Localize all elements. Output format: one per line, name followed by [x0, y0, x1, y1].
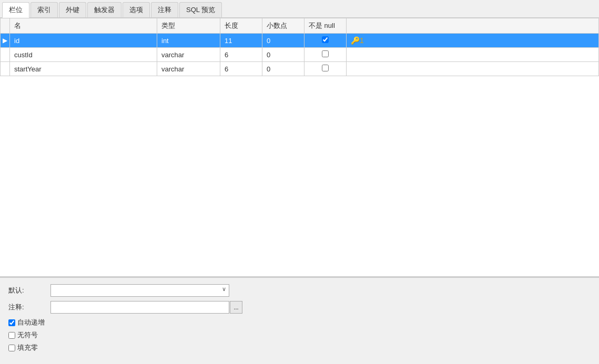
- not-null-checkbox-1[interactable]: [322, 50, 329, 57]
- form-area: 默认: 注释: ... 自动递增 无符号 填充零: [0, 277, 599, 364]
- comment-row: 注释: ...: [8, 301, 591, 314]
- auto-increment-row: 自动递增: [8, 318, 591, 327]
- comment-input[interactable]: [50, 301, 229, 314]
- length-header: 长度: [220, 18, 262, 34]
- auto-increment-label[interactable]: 自动递增: [17, 318, 45, 327]
- key-icon-0: 🔑1: [351, 36, 364, 45]
- table-body: ▶idint110🔑1custIdvarchar60startYearvarch…: [1, 34, 599, 76]
- tab-columns[interactable]: 栏位: [2, 2, 29, 18]
- row-not-null-1[interactable]: [304, 48, 347, 62]
- default-select[interactable]: [50, 284, 229, 297]
- row-decimal-1[interactable]: 0: [262, 48, 304, 62]
- unsigned-label[interactable]: 无符号: [17, 330, 38, 340]
- row-type-2[interactable]: varchar: [157, 62, 220, 76]
- auto-increment-checkbox[interactable]: [8, 319, 15, 326]
- comment-label: 注释:: [8, 303, 50, 312]
- zerofill-row: 填充零: [8, 343, 591, 352]
- table-header: 名 类型 长度 小数点 不是 null: [1, 18, 599, 34]
- default-row: 默认:: [8, 284, 591, 297]
- type-header: 类型: [157, 18, 220, 34]
- zerofill-label[interactable]: 填充零: [17, 343, 38, 352]
- tab-indexes[interactable]: 索引: [31, 2, 58, 17]
- table-row[interactable]: ▶idint110🔑1: [1, 34, 599, 48]
- tab-triggers[interactable]: 触发器: [87, 2, 121, 17]
- row-pointer-1: [1, 48, 10, 62]
- unsigned-row: 无符号: [8, 330, 591, 340]
- table-row[interactable]: custIdvarchar60: [1, 48, 599, 62]
- row-key-0: 🔑1: [347, 34, 599, 48]
- comment-input-group: ...: [50, 301, 242, 314]
- row-name-2[interactable]: startYear: [10, 62, 157, 76]
- row-decimal-0[interactable]: 0: [262, 34, 304, 48]
- tab-bar: 栏位索引外键触发器选项注释SQL 预览: [0, 0, 599, 18]
- row-not-null-2[interactable]: [304, 62, 347, 76]
- extra-header: [347, 18, 599, 34]
- default-label: 默认:: [8, 286, 50, 295]
- tab-options[interactable]: 选项: [123, 2, 150, 17]
- name-header: 名: [10, 18, 157, 34]
- pointer-header: [1, 18, 10, 34]
- row-pointer-2: [1, 62, 10, 76]
- row-key-1: [347, 48, 599, 62]
- tab-sql-preview[interactable]: SQL 预览: [179, 2, 222, 17]
- row-not-null-0[interactable]: [304, 34, 347, 48]
- tab-comments[interactable]: 注释: [151, 2, 178, 17]
- zerofill-checkbox[interactable]: [8, 345, 15, 351]
- comment-ellipsis-button[interactable]: ...: [230, 301, 242, 314]
- row-decimal-2[interactable]: 0: [262, 62, 304, 76]
- columns-table: 名 类型 长度 小数点 不是 null ▶idint110🔑1custIdvar…: [0, 18, 599, 76]
- table-row[interactable]: startYearvarchar60: [1, 62, 599, 76]
- table-area: 名 类型 长度 小数点 不是 null ▶idint110🔑1custIdvar…: [0, 18, 599, 277]
- default-select-wrapper: [50, 284, 229, 297]
- row-name-1[interactable]: custId: [10, 48, 157, 62]
- decimal-header: 小数点: [262, 18, 304, 34]
- not-null-checkbox-0[interactable]: [322, 36, 329, 43]
- row-length-0[interactable]: 11: [220, 34, 262, 48]
- not-null-header: 不是 null: [304, 18, 347, 34]
- row-length-1[interactable]: 6: [220, 48, 262, 62]
- row-type-1[interactable]: varchar: [157, 48, 220, 62]
- main-container: 栏位索引外键触发器选项注释SQL 预览 名 类型 长度 小数点 不是 null …: [0, 0, 599, 364]
- tab-foreign-keys[interactable]: 外键: [59, 2, 86, 17]
- unsigned-checkbox[interactable]: [8, 332, 15, 339]
- row-type-0[interactable]: int: [157, 34, 220, 48]
- not-null-checkbox-2[interactable]: [322, 65, 329, 71]
- row-pointer-0: ▶: [1, 34, 10, 48]
- row-name-0[interactable]: id: [10, 34, 157, 48]
- row-length-2[interactable]: 6: [220, 62, 262, 76]
- row-key-2: [347, 62, 599, 76]
